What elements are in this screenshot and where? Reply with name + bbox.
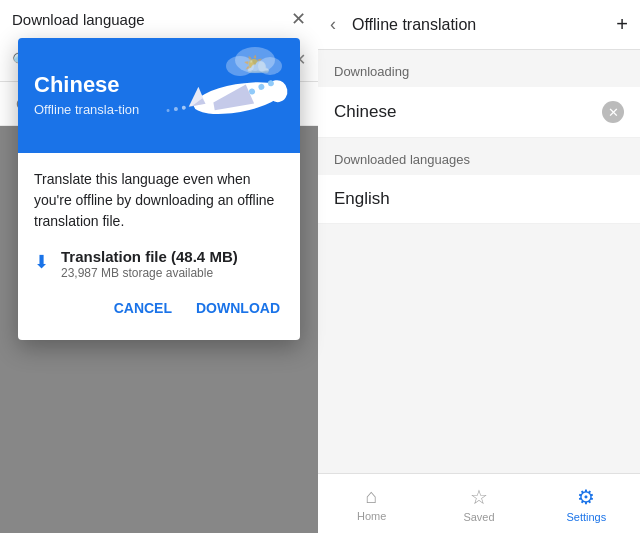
download-modal: Chinese Offline transla-tion ⛅ — [18, 38, 300, 340]
close-dialog-icon[interactable]: ✕ — [291, 8, 306, 30]
svg-point-14 — [166, 109, 169, 112]
right-header: ‹ Offline translation + — [318, 0, 640, 50]
cancel-button[interactable]: CANCEL — [110, 292, 176, 324]
tab-settings[interactable]: ⚙ Settings — [533, 485, 640, 523]
translation-file-row: ⬇ Translation file (48.4 MB) 23,987 MB s… — [34, 248, 284, 280]
add-icon[interactable]: + — [616, 13, 628, 36]
svg-text:⛅: ⛅ — [243, 51, 271, 78]
downloading-language-item[interactable]: Chinese ✕ — [318, 87, 640, 138]
download-button[interactable]: DOWNLOAD — [192, 292, 284, 324]
remove-downloading-icon[interactable]: ✕ — [602, 101, 624, 123]
file-info: Translation file (48.4 MB) 23,987 MB sto… — [61, 248, 238, 280]
right-content: Downloading Chinese ✕ Downloaded languag… — [318, 50, 640, 473]
left-panel: Download language ✕ 🔍 Chi ✕ Chi... Chine… — [0, 0, 318, 533]
banner-illustration: ⛅ — [160, 38, 300, 153]
modal-language-title: Chinese — [34, 72, 139, 98]
tab-home[interactable]: ⌂ Home — [318, 485, 425, 522]
downloading-language-text: Chinese — [334, 102, 602, 122]
download-header: Download language ✕ — [0, 0, 318, 38]
storage-label: storage available — [122, 266, 213, 280]
saved-icon: ☆ — [470, 485, 488, 509]
airplane-svg: ⛅ — [165, 38, 295, 153]
download-header-title: Download language — [12, 11, 291, 28]
file-size-sub: 23,987 MB storage available — [61, 266, 238, 280]
modal-actions: CANCEL DOWNLOAD — [34, 284, 284, 324]
settings-label: Settings — [566, 511, 606, 523]
saved-label: Saved — [463, 511, 494, 523]
svg-point-13 — [174, 107, 179, 112]
modal-description: Translate this language even when you're… — [34, 169, 284, 232]
right-footer: ⌂ Home ☆ Saved ⚙ Settings — [318, 473, 640, 533]
download-file-icon: ⬇ — [34, 251, 49, 273]
file-name: Translation file (48.4 MB) — [61, 248, 238, 265]
right-header-title: Offline translation — [352, 16, 616, 34]
tab-saved[interactable]: ☆ Saved — [425, 485, 532, 523]
modal-body: Translate this language even when you're… — [18, 153, 300, 340]
home-label: Home — [357, 510, 386, 522]
downloading-section-label: Downloading — [318, 50, 640, 87]
modal-banner: Chinese Offline transla-tion ⛅ — [18, 38, 300, 153]
right-panel: ‹ Offline translation + Downloading Chin… — [318, 0, 640, 533]
settings-icon: ⚙ — [577, 485, 595, 509]
modal-offline-subtitle: Offline transla-tion — [34, 102, 139, 119]
svg-point-12 — [182, 105, 187, 110]
downloaded-language-text: English — [334, 189, 624, 209]
file-size-mb: 23,987 MB — [61, 266, 119, 280]
home-icon: ⌂ — [366, 485, 378, 508]
modal-banner-text: Chinese Offline transla-tion — [34, 72, 139, 119]
downloaded-language-item[interactable]: English — [318, 175, 640, 224]
downloaded-section-label: Downloaded languages — [318, 138, 640, 175]
back-icon[interactable]: ‹ — [330, 14, 336, 35]
